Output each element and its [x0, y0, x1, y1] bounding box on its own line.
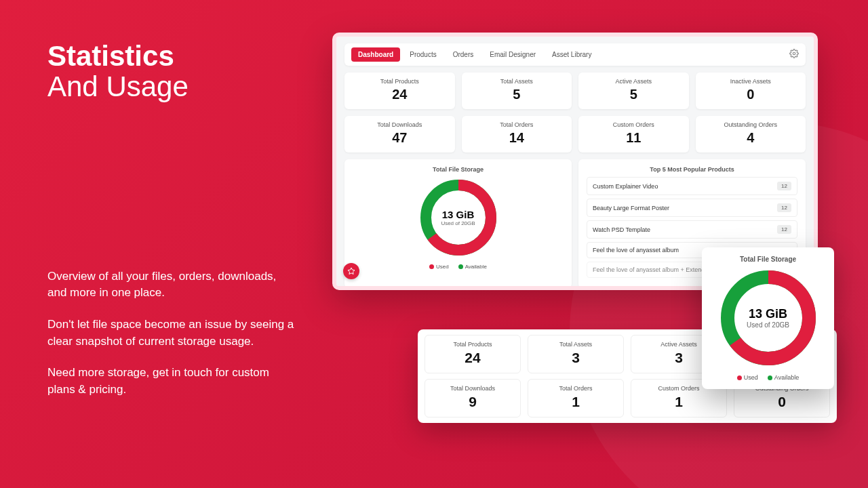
tab-email-designer[interactable]: Email Designer — [483, 47, 542, 62]
svg-marker-3 — [348, 268, 355, 274]
float-storage-legend: Used Available — [710, 374, 826, 381]
stats-row-1: Total Products24 Total Assets5 Active As… — [344, 73, 806, 109]
tab-products[interactable]: Products — [403, 47, 443, 62]
svg-point-0 — [793, 52, 795, 55]
legend-available: Available — [458, 264, 487, 270]
storage-used-value: 13 GiB — [442, 209, 475, 220]
star-button[interactable] — [343, 263, 359, 279]
tab-dashboard[interactable]: Dashboard — [351, 47, 400, 62]
popular-row[interactable]: Watch PSD Template12 — [587, 220, 797, 239]
storage-panel-title: Total File Storage — [353, 166, 564, 173]
stat-inactive-assets: Inactive Assets0 — [696, 73, 806, 109]
stat-active-assets: Active Assets5 — [578, 73, 689, 109]
legend-used: Used — [737, 374, 758, 381]
marketing-copy: Statistics And Usage Overview of all you… — [47, 41, 298, 413]
headline-light: And Usage — [47, 71, 298, 102]
top-nav: Dashboard Products Orders Email Designer… — [344, 43, 806, 66]
storage-legend: Used Available — [353, 264, 564, 270]
stat-outstanding-orders: Outstanding Orders4 — [696, 116, 806, 152]
headline: Statistics And Usage — [47, 41, 298, 102]
popular-row[interactable]: Beauty Large Format Poster12 — [587, 199, 797, 217]
stats-row-2: Total Downloads47 Total Orders14 Custom … — [344, 116, 806, 152]
storage-capacity-label: Used of 20GB — [441, 220, 475, 226]
strip-stat: Total Products24 — [425, 335, 521, 373]
storage-donut-chart: 13 GiB Used of 20GB — [418, 177, 499, 258]
strip-stat: Total Assets3 — [528, 335, 624, 373]
stat-total-assets: Total Assets5 — [462, 73, 572, 109]
stat-custom-orders: Custom Orders11 — [578, 116, 689, 152]
popular-panel-title: Top 5 Most Popular Products — [587, 166, 797, 173]
legend-available: Available — [768, 374, 799, 381]
float-storage-title: Total File Storage — [710, 256, 826, 263]
stat-total-products: Total Products24 — [344, 73, 455, 109]
storage-panel: Total File Storage 13 GiB Used of 20GB — [344, 159, 572, 288]
float-storage-donut: 13 GiB Used of 20GB — [717, 267, 819, 369]
popular-row[interactable]: Custom Explainer Video12 — [587, 177, 797, 195]
strip-stat: Total Orders1 — [528, 379, 624, 418]
strip-stat: Total Downloads9 — [425, 379, 521, 418]
paragraph-1: Overview of all your files, orders, down… — [47, 268, 298, 302]
float-storage-sub: Used of 20GB — [747, 321, 789, 329]
paragraph-3: Need more storage, get in touch for cust… — [47, 365, 298, 398]
stat-total-downloads: Total Downloads47 — [344, 116, 455, 152]
floating-storage-card: Total File Storage 13 GiB Used of 20GB U… — [702, 247, 834, 389]
tab-orders[interactable]: Orders — [446, 47, 481, 62]
stat-total-orders: Total Orders14 — [462, 116, 572, 152]
float-storage-value: 13 GiB — [749, 307, 787, 321]
legend-used: Used — [429, 264, 449, 270]
headline-bold: Statistics — [47, 40, 174, 72]
gear-icon[interactable] — [789, 49, 799, 61]
tab-asset-library[interactable]: Asset Library — [545, 47, 598, 62]
paragraph-2: Don't let file space become an issue by … — [47, 317, 298, 350]
